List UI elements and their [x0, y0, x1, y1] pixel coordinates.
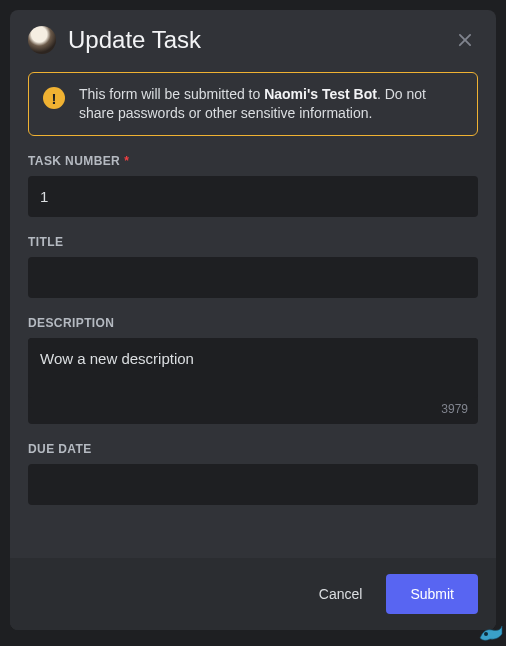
warning-prefix: This form will be submitted to	[79, 86, 264, 102]
task-number-input[interactable]	[28, 176, 478, 217]
form-body: TASK NUMBER * TITLE DESCRIPTION 3979 DUE…	[10, 136, 496, 558]
close-icon	[454, 29, 476, 51]
modal-header: Update Task	[10, 10, 496, 64]
description-char-count: 3979	[28, 402, 478, 418]
bot-avatar	[28, 26, 56, 54]
warning-text: This form will be submitted to Naomi's T…	[79, 85, 463, 123]
corner-avatar-icon	[476, 624, 504, 644]
cancel-button[interactable]: Cancel	[315, 578, 367, 610]
task-number-label: TASK NUMBER *	[28, 154, 478, 168]
update-task-modal: Update Task ! This form will be submitte…	[10, 10, 496, 630]
field-title: TITLE	[28, 235, 478, 298]
modal-footer: Cancel Submit	[10, 558, 496, 630]
title-label: TITLE	[28, 235, 478, 249]
description-input[interactable]	[28, 338, 478, 398]
warning-icon: !	[43, 87, 65, 109]
title-input[interactable]	[28, 257, 478, 298]
svg-point-0	[484, 632, 488, 636]
warning-banner: ! This form will be submitted to Naomi's…	[28, 72, 478, 136]
modal-title: Update Task	[68, 26, 440, 54]
description-label: DESCRIPTION	[28, 316, 478, 330]
warning-bot-name: Naomi's Test Bot	[264, 86, 377, 102]
description-wrap: 3979	[28, 338, 478, 424]
close-button[interactable]	[452, 27, 478, 53]
field-task-number: TASK NUMBER *	[28, 154, 478, 217]
submit-button[interactable]: Submit	[386, 574, 478, 614]
due-date-input[interactable]	[28, 464, 478, 505]
required-indicator: *	[124, 154, 129, 168]
due-date-label: DUE DATE	[28, 442, 478, 456]
field-description: DESCRIPTION 3979	[28, 316, 478, 424]
field-due-date: DUE DATE	[28, 442, 478, 505]
